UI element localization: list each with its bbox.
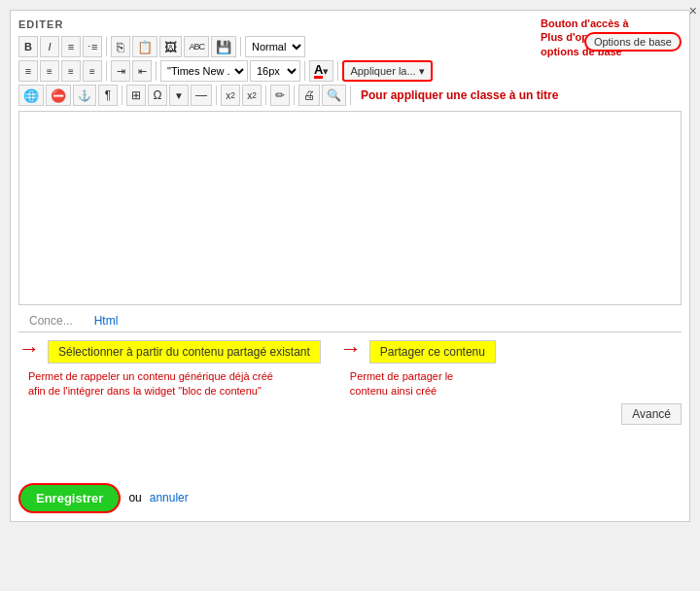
font-select[interactable]: "Times New ..." — [160, 60, 248, 82]
toolbar-row-3: 🌐 ⛔ ⚓ ¶ ⊞ Ω ▼ ― x2 x2 ✏ 🖨 🔍 Pour appliqu… — [18, 85, 682, 106]
omega-button[interactable]: Ω — [148, 85, 167, 106]
separator-8 — [216, 86, 217, 105]
toolbar-row-1: B I ≡ ⋅≡ ⎘ 📋 🖼 ABC 💾 Normal Options de b… — [18, 36, 682, 57]
separator-4 — [156, 61, 157, 81]
separator-9 — [265, 86, 266, 105]
separator-3 — [106, 61, 107, 81]
hr-button[interactable]: ― — [191, 85, 212, 106]
align-center-button[interactable]: ≡ — [40, 60, 59, 82]
globe-button[interactable]: 🌐 — [18, 85, 44, 106]
or-label: ou — [128, 491, 141, 504]
enregistrer-button[interactable]: Enregistrer — [18, 483, 121, 513]
appliquer-button[interactable]: Appliquer la... ▾ — [342, 60, 432, 82]
table-button[interactable]: ⊞ — [126, 85, 146, 106]
separator-2 — [240, 37, 241, 56]
align-justify-button[interactable]: ≡ — [83, 60, 102, 82]
zoom-button[interactable]: 🔍 — [322, 85, 346, 106]
ordered-list-button[interactable]: ≡ — [61, 36, 81, 57]
italic-button[interactable]: I — [40, 36, 59, 57]
para-button[interactable]: ¶ — [98, 85, 118, 106]
font-color-button[interactable]: A ▾ — [309, 60, 333, 82]
options-base-button[interactable]: Options de base — [584, 32, 682, 52]
printer-button[interactable]: 🖨 — [298, 85, 320, 106]
cancel-link[interactable]: annuler — [150, 491, 189, 504]
style-select[interactable]: Normal — [245, 36, 305, 57]
pencil-button[interactable]: ✏ — [270, 85, 290, 106]
separator-6 — [337, 61, 338, 81]
row3-annotation: Pour appliquer une classe à un titre — [361, 88, 558, 102]
bold-button[interactable]: B — [18, 36, 38, 57]
image-button[interactable]: 🖼 — [159, 36, 182, 57]
size-select[interactable]: 16px — [250, 60, 300, 82]
arrow-select-icon: → — [18, 336, 40, 362]
tab-conception[interactable]: Conce... — [18, 310, 84, 331]
indent-out-button[interactable]: ⇤ — [132, 60, 152, 82]
no-button[interactable]: ⛔ — [46, 85, 71, 106]
copy-button[interactable]: ⎘ — [111, 36, 130, 57]
tab-html[interactable]: Html — [84, 310, 129, 331]
avance-button[interactable]: Avancé — [621, 403, 682, 425]
separator-11 — [350, 86, 351, 105]
share-content-button[interactable]: Partager ce contenu — [369, 340, 496, 364]
align-right-button[interactable]: ≡ — [61, 60, 81, 82]
sup-button[interactable]: x2 — [221, 85, 240, 106]
close-button[interactable]: × — [689, 3, 697, 18]
separator-5 — [304, 61, 305, 81]
shared-actions-area: → Sélectionner à partir du contenu parta… — [18, 340, 682, 425]
arrow-share-icon: → — [340, 336, 362, 362]
paste-button[interactable]: 📋 — [132, 36, 158, 57]
spell-button[interactable]: ABC — [184, 36, 209, 57]
unordered-list-button[interactable]: ⋅≡ — [83, 36, 102, 57]
indent-in-button[interactable]: ⇥ — [111, 60, 130, 82]
color-dropdown-icon: ▾ — [323, 65, 329, 78]
shared-buttons-row: → Sélectionner à partir du contenu parta… — [18, 340, 682, 400]
separator-1 — [106, 37, 107, 56]
annotation-share: Permet de partager lecontenu ainsi créé — [350, 369, 453, 400]
annotation-select: Permet de rappeler un contenu générique … — [28, 369, 273, 400]
tabs-row: Conce... Html — [18, 310, 682, 332]
select-shared-content-button[interactable]: Sélectionner à partir du contenu partagé… — [48, 340, 321, 364]
separator-10 — [294, 86, 295, 105]
color-a-icon: A — [314, 63, 323, 79]
sub-button[interactable]: x2 — [242, 85, 262, 106]
toolbar-row-2: ≡ ≡ ≡ ≡ ⇥ ⇤ "Times New ..." 16px A ▾ App… — [18, 60, 682, 82]
align-left-button[interactable]: ≡ — [18, 60, 38, 82]
dropdown-btn[interactable]: ▼ — [169, 85, 189, 106]
footer-row: Enregistrer ou annuler — [18, 483, 682, 513]
editor-content-area[interactable] — [18, 111, 682, 305]
save-button[interactable]: 💾 — [211, 36, 236, 57]
anchor-button[interactable]: ⚓ — [73, 85, 96, 106]
separator-7 — [122, 86, 122, 105]
editor-panel: × Bouton d'accès à Plus d'options ou opt… — [10, 10, 690, 522]
